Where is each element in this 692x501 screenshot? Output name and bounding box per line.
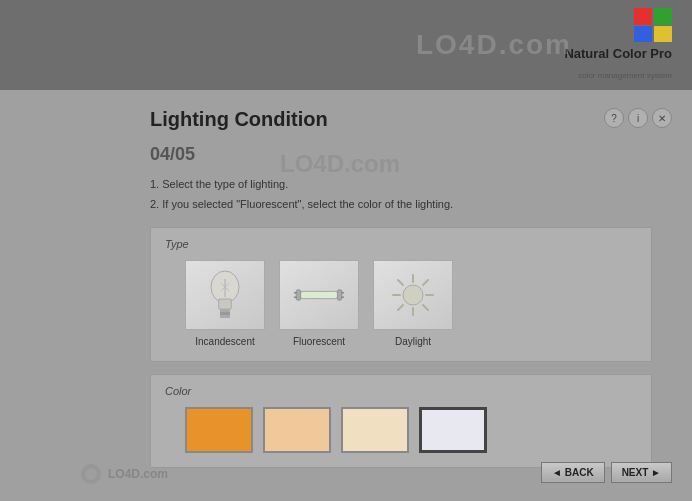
logo-area: Natural Color Pro color management syste… xyxy=(564,8,672,82)
svg-rect-14 xyxy=(337,289,341,299)
svg-rect-0 xyxy=(634,8,652,25)
svg-line-27 xyxy=(398,305,403,310)
type-option-daylight[interactable]: Daylight xyxy=(373,260,453,347)
color-section: Color xyxy=(150,374,652,468)
instructions: 1. Select the type of lighting. 2. If yo… xyxy=(150,175,652,215)
app-name: Natural Color Pro xyxy=(564,44,672,62)
type-section: Type Incandescent xyxy=(150,227,652,362)
bulb-icon xyxy=(205,269,245,321)
svg-rect-7 xyxy=(220,315,230,318)
svg-rect-1 xyxy=(654,8,672,25)
svg-rect-18 xyxy=(341,296,344,297)
back-button[interactable]: ◄ BACK xyxy=(541,462,605,483)
app-logo-icon xyxy=(634,8,672,42)
type-option-incandescent[interactable]: Incandescent xyxy=(185,260,265,347)
color-swatch-1[interactable] xyxy=(263,407,331,453)
bottom-navigation: ◄ BACK NEXT ► xyxy=(541,462,672,483)
page-title: Lighting Condition xyxy=(150,108,652,131)
bottom-logo-text: LO4D.com xyxy=(108,467,168,481)
fluorescent-label: Fluorescent xyxy=(293,336,345,347)
page-number: 04/05 xyxy=(150,135,652,167)
close-button[interactable]: ✕ xyxy=(652,108,672,128)
page-header: Lighting Condition 04/05 1. Select the t… xyxy=(150,108,652,215)
help-button[interactable]: ? xyxy=(604,108,624,128)
type-section-label: Type xyxy=(165,238,637,250)
incandescent-label: Incandescent xyxy=(195,336,255,347)
svg-rect-6 xyxy=(220,312,230,315)
fluorescent-icon-box xyxy=(279,260,359,330)
bottom-logo: LO4D.com xyxy=(80,463,168,485)
svg-point-29 xyxy=(85,468,97,480)
app-subtitle: color management system xyxy=(578,64,672,82)
svg-rect-2 xyxy=(634,26,652,42)
color-swatch-0[interactable] xyxy=(185,407,253,453)
incandescent-icon-box xyxy=(185,260,265,330)
main-content: ? i ✕ LO4D.com Lighting Condition 04/05 … xyxy=(0,90,692,501)
color-swatch-2[interactable] xyxy=(341,407,409,453)
svg-point-19 xyxy=(403,285,423,305)
sun-icon xyxy=(388,270,438,320)
top-watermark: LO4D.com xyxy=(416,29,572,61)
svg-rect-5 xyxy=(220,309,230,312)
daylight-icon-box xyxy=(373,260,453,330)
color-options xyxy=(165,407,637,453)
svg-rect-17 xyxy=(341,292,344,293)
color-swatch-3[interactable] xyxy=(419,407,487,453)
svg-rect-3 xyxy=(654,26,672,42)
type-options: Incandescent xyxy=(165,260,637,347)
svg-line-25 xyxy=(423,305,428,310)
bottom-logo-icon xyxy=(80,463,102,485)
next-button[interactable]: NEXT ► xyxy=(611,462,672,483)
svg-rect-16 xyxy=(294,296,297,297)
info-button[interactable]: i xyxy=(628,108,648,128)
svg-line-24 xyxy=(398,280,403,285)
svg-rect-15 xyxy=(294,292,297,293)
daylight-label: Daylight xyxy=(395,336,431,347)
svg-rect-13 xyxy=(296,289,300,299)
instruction-2: 2. If you selected "Fluorescent", select… xyxy=(150,195,652,215)
svg-line-26 xyxy=(423,280,428,285)
tube-icon xyxy=(293,281,345,309)
svg-rect-12 xyxy=(301,292,338,298)
top-bar: LO4D.com Natural Color Pro color managem… xyxy=(0,0,692,90)
color-section-label: Color xyxy=(165,385,637,397)
nav-buttons: ? i ✕ xyxy=(604,108,672,128)
type-option-fluorescent[interactable]: Fluorescent xyxy=(279,260,359,347)
instruction-1: 1. Select the type of lighting. xyxy=(150,175,652,195)
